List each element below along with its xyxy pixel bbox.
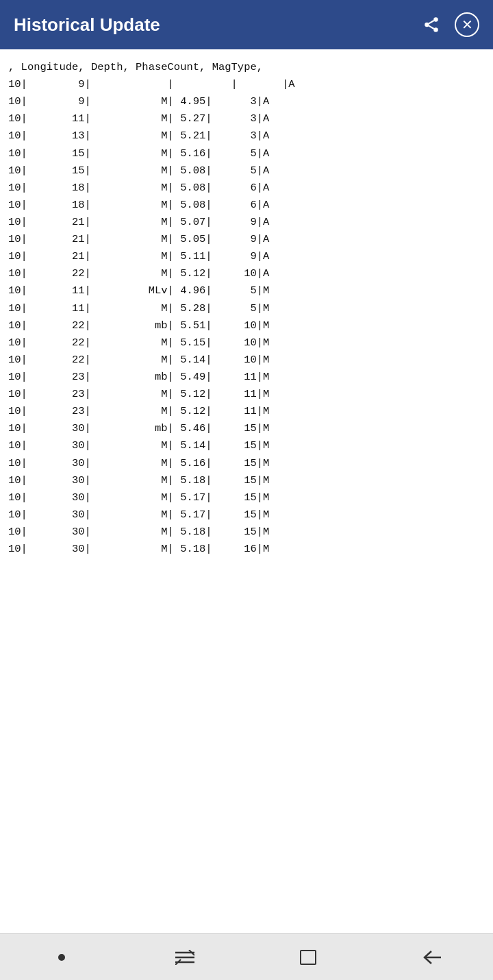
close-icon[interactable]: ✕ [455, 12, 479, 37]
svg-point-1 [425, 23, 429, 27]
data-content: , Longitude, Depth, PhaseCount, MagType,… [0, 49, 493, 933]
app-header: Historical Update ✕ [0, 0, 493, 49]
svg-point-0 [433, 17, 438, 22]
share-icon[interactable] [419, 12, 444, 37]
svg-line-3 [429, 26, 433, 29]
svg-line-4 [429, 21, 433, 23]
header-actions: ✕ [419, 12, 479, 37]
raw-data-display: , Longitude, Depth, PhaseCount, MagType,… [5, 56, 488, 561]
nav-rect-button[interactable] [291, 940, 325, 975]
nav-back-button[interactable] [414, 940, 448, 975]
nav-dot-button[interactable] [45, 940, 79, 975]
bottom-navigation [0, 933, 493, 980]
page-title: Historical Update [14, 14, 160, 36]
svg-point-2 [433, 27, 438, 32]
nav-tabs-button[interactable] [168, 940, 202, 975]
